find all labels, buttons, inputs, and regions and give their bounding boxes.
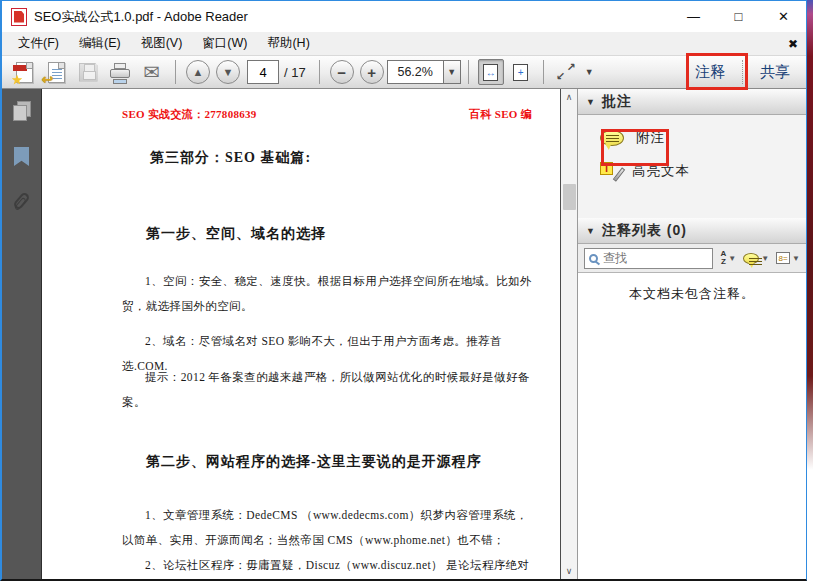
previous-page-button[interactable]: ▲ xyxy=(186,60,210,84)
options-comments-button[interactable]: 8= ▼ xyxy=(776,252,800,264)
chevron-down-icon: ▼ xyxy=(792,254,800,263)
save-button[interactable] xyxy=(74,59,102,85)
toolbar-separator xyxy=(468,60,469,84)
comments-list-section-header[interactable]: ▼ 注释列表 (0) xyxy=(578,218,806,244)
doc-heading-part3: 第三部分：SEO 基础篇: xyxy=(150,149,532,167)
scroll-down-icon[interactable]: ∨ xyxy=(561,563,577,579)
email-button[interactable]: ✉ xyxy=(138,59,166,85)
comments-list-header-label: 注释列表 (0) xyxy=(602,222,687,240)
doc-paragraph: 1、文章管理系统：DedeCMS （www.dedecms.com）织梦内容管理… xyxy=(122,503,532,553)
toolbar-separator xyxy=(543,60,544,84)
expand-arrows-icon: ↗↙ xyxy=(556,62,576,82)
arrow-down-icon: ▼ xyxy=(223,67,234,78)
scrollbar-thumb[interactable] xyxy=(563,184,576,210)
document-page[interactable]: SEO 实战交流：277808639 百科 SEO 编 第三部分：SEO 基础篇… xyxy=(42,89,560,579)
filter-comments-button[interactable]: ▼ xyxy=(743,253,769,264)
minimize-button[interactable]: — xyxy=(671,1,716,32)
toolbar-separator xyxy=(319,60,320,84)
page-total-label: / 17 xyxy=(284,65,306,80)
annotations-section-header[interactable]: ▼ 批注 xyxy=(578,89,806,115)
pdf-app-icon xyxy=(11,8,27,26)
zoom-out-button[interactable]: − xyxy=(330,60,354,84)
collapse-triangle-icon: ▼ xyxy=(586,97,595,107)
toolbar-separator xyxy=(175,60,176,84)
zoom-level-value[interactable]: 56.2% xyxy=(387,60,443,84)
fit-width-button[interactable]: ↔ xyxy=(478,59,504,85)
menu-edit[interactable]: 编辑(E) xyxy=(69,32,131,55)
tools-dropdown-button[interactable]: ▼ xyxy=(585,67,594,77)
title-bar: SEO实战公式1.0.pdf - Adobe Reader — □ ✕ xyxy=(2,1,806,32)
zoom-dropdown-button[interactable]: ▼ xyxy=(443,60,461,84)
doc-header-right: 百科 SEO 编 xyxy=(469,107,532,122)
red-highlight-box-comment-button xyxy=(686,53,748,90)
doc-paragraph: 提示：2012 年备案查的越来越严格，所以做网站优化的时候最好是做好备案。 xyxy=(122,365,532,415)
close-button[interactable]: ✕ xyxy=(761,1,806,32)
page-thumbnails-button[interactable] xyxy=(13,101,31,121)
fit-page-button[interactable]: + xyxy=(508,59,534,85)
doc-paragraph: 1、空间：安全、稳定、速度快。根据目标用户选择空间所在地域。比如外贸，就选择国外… xyxy=(122,269,532,319)
no-comments-message: 本文档未包含注释。 xyxy=(578,273,806,579)
fullscreen-button[interactable]: ↗↙ xyxy=(553,59,579,85)
chevron-down-icon: ▼ xyxy=(728,254,736,263)
search-icon xyxy=(589,254,598,263)
bookmark-icon xyxy=(14,147,29,166)
document-scrollbar[interactable]: ∧ ∨ xyxy=(560,89,577,579)
print-button[interactable] xyxy=(106,59,134,85)
list-options-icon: 8= xyxy=(776,252,790,264)
page-number-input[interactable] xyxy=(247,60,279,84)
sort-comments-button[interactable]: AZ ▼ xyxy=(720,250,736,266)
chevron-down-icon: ▼ xyxy=(447,67,456,77)
fit-page-icon: + xyxy=(513,64,528,81)
doc-paragraph: 2、论坛社区程序：毋庸置疑，Discuz（www.discuz.net） 是论坛… xyxy=(122,553,532,579)
comments-search-box[interactable] xyxy=(584,248,713,269)
doc-heading-step2: 第二步、网站程序的选择-这里主要说的是开源程序 xyxy=(146,453,532,471)
window-title: SEO实战公式1.0.pdf - Adobe Reader xyxy=(34,8,248,26)
sort-az-icon: AZ xyxy=(720,250,726,266)
plus-icon: + xyxy=(367,65,376,80)
next-page-button[interactable]: ▼ xyxy=(216,60,240,84)
menu-view[interactable]: 视图(V) xyxy=(131,32,193,55)
red-highlight-box-sticky-note xyxy=(601,129,669,166)
zoom-in-button[interactable]: + xyxy=(360,60,384,84)
attachments-button[interactable] xyxy=(17,192,26,210)
comments-search-row: AZ ▼ ▼ 8= ▼ xyxy=(578,244,806,273)
menu-file[interactable]: 文件(F) xyxy=(8,32,69,55)
maximize-button[interactable]: □ xyxy=(716,1,761,32)
adobe-reader-window: SEO实战公式1.0.pdf - Adobe Reader — □ ✕ 文件(F… xyxy=(0,0,807,581)
create-pdf-button[interactable] xyxy=(10,59,38,85)
navigation-rail xyxy=(2,89,42,579)
arrow-up-icon: ▲ xyxy=(193,67,204,78)
export-pdf-icon: ↩ xyxy=(48,62,65,83)
bookmarks-button[interactable] xyxy=(14,147,29,166)
share-panel-button[interactable]: 共享 xyxy=(750,59,800,86)
minus-icon: − xyxy=(337,65,346,80)
content-area: SEO 实战交流：277808639 百科 SEO 编 第三部分：SEO 基础篇… xyxy=(2,89,806,579)
search-input[interactable] xyxy=(603,251,708,265)
close-toolbar-icon[interactable]: ✖ xyxy=(788,37,798,51)
paperclip-icon xyxy=(12,191,30,211)
document-header-row: SEO 实战交流：277808639 百科 SEO 编 xyxy=(122,107,532,122)
export-pdf-button[interactable]: ↩ xyxy=(42,59,70,85)
doc-heading-step1: 第一步、空间、域名的选择 xyxy=(146,225,532,243)
menu-help[interactable]: 帮助(H) xyxy=(257,32,319,55)
window-controls: — □ ✕ xyxy=(671,1,806,32)
desktop-background-edge xyxy=(807,0,813,470)
page-thumbnails-icon xyxy=(13,101,31,121)
annotations-header-label: 批注 xyxy=(602,93,632,111)
menu-window[interactable]: 窗口(W) xyxy=(192,32,257,55)
doc-header-left: SEO 实战交流：277808639 xyxy=(122,107,257,122)
scroll-up-icon[interactable]: ∧ xyxy=(561,89,577,105)
print-icon xyxy=(110,66,130,82)
fit-width-icon: ↔ xyxy=(483,64,498,81)
email-icon: ✉ xyxy=(144,62,161,82)
collapse-triangle-icon: ▼ xyxy=(586,226,595,236)
create-pdf-icon xyxy=(16,62,33,83)
comment-bubble-icon xyxy=(743,253,759,264)
save-icon xyxy=(79,63,98,82)
chevron-down-icon: ▼ xyxy=(761,254,769,263)
